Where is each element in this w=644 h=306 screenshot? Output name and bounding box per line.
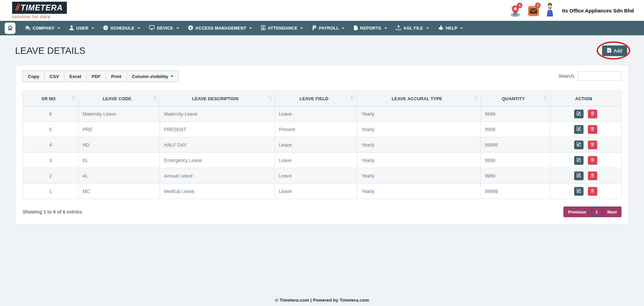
logo-tagline: solution for data — [12, 14, 67, 19]
mail-notification-button[interactable]: 5 — [527, 3, 539, 17]
previous-page-button[interactable]: Previous — [563, 206, 591, 217]
column-header-leave-code[interactable]: LEAVE CODE — [78, 91, 160, 106]
logo-slashes: // — [15, 3, 18, 12]
edit-pencil-icon — [576, 126, 581, 132]
nav-item-schedule[interactable]: SCHEDULE — [103, 25, 140, 31]
company-building-icon — [25, 25, 30, 31]
search-label: Search: — [558, 73, 575, 79]
location-badge: 0 — [517, 3, 522, 8]
cell-quantity: 9999 — [481, 106, 550, 122]
nav-item-payroll[interactable]: PAYROLL — [312, 25, 345, 31]
cell-action — [550, 137, 621, 153]
sort-icon — [72, 96, 76, 102]
cell-leave-field: Leave — [275, 137, 357, 153]
nav-item-agl-file[interactable]: AGL FILE — [396, 25, 429, 31]
page-number-button[interactable]: 1 — [591, 206, 602, 217]
nav-item-help[interactable]: HELP — [438, 25, 463, 31]
pdf-button[interactable]: PDF — [86, 71, 106, 82]
trash-icon — [590, 111, 595, 117]
edit-pencil-icon — [576, 157, 581, 163]
table-row: 2 AL Annual Leave Leave Yearly 9999 — [23, 168, 621, 184]
column-header-leave-field[interactable]: LEAVE FIELD — [275, 91, 357, 106]
mail-badge: 5 — [535, 3, 541, 8]
cell-leave-accural-type: Yearly — [357, 168, 481, 184]
delete-button[interactable] — [588, 187, 597, 196]
cell-leave-accural-type: Yearly — [357, 122, 481, 137]
next-page-button[interactable]: Next — [602, 206, 621, 217]
cell-leave-field: Leave — [275, 153, 357, 168]
delete-button[interactable] — [588, 171, 597, 180]
user-icon — [69, 25, 74, 31]
print-button[interactable]: Print — [106, 71, 127, 82]
edit-button[interactable] — [574, 187, 584, 196]
sort-icon — [268, 96, 272, 102]
cell-leave-field: Leave — [275, 184, 357, 199]
cell-quantity: 99999 — [481, 137, 550, 153]
edit-button[interactable] — [574, 125, 584, 134]
cell-sr-no: 3 — [23, 153, 79, 168]
cell-action — [550, 168, 621, 184]
delete-button[interactable] — [588, 125, 597, 134]
trash-icon — [590, 126, 595, 132]
delete-button[interactable] — [588, 156, 597, 165]
nav-item-attendance[interactable]: ATTENDANCE — [261, 25, 303, 31]
sort-icon — [350, 96, 355, 102]
edit-button[interactable] — [574, 156, 584, 165]
clock-icon — [103, 25, 108, 31]
cell-leave-accural-type: Yearly — [357, 106, 481, 122]
cell-leave-description: Maternity Leave — [160, 106, 275, 122]
cell-quantity: 9999 — [481, 153, 550, 168]
cell-action — [550, 106, 621, 122]
leave-table-card: Copy CSV Excel PDF Print Column visibili… — [15, 65, 629, 224]
cell-quantity: 9999 — [481, 122, 550, 137]
payment-p-icon — [312, 25, 316, 31]
search-input[interactable] — [578, 71, 621, 81]
cell-leave-code: EL — [78, 153, 160, 168]
cell-quantity: 9999 — [481, 168, 550, 184]
copy-button[interactable]: Copy — [23, 71, 45, 82]
column-visibility-button[interactable]: Column visibility — [127, 71, 179, 82]
nav-item-user[interactable]: USER — [69, 25, 94, 31]
main-navbar: COMPANY USER SCHEDULE — [0, 21, 644, 35]
home-button[interactable] — [5, 23, 15, 34]
csv-button[interactable]: CSV — [44, 71, 65, 82]
add-button[interactable]: Add — [602, 45, 627, 56]
chevron-down-icon — [342, 28, 345, 29]
column-header-sr-no[interactable]: SR NO — [23, 91, 79, 106]
delete-button[interactable] — [588, 141, 597, 149]
nav-item-reports[interactable]: REPORTS — [354, 25, 387, 31]
column-header-quantity[interactable]: QUANTITY — [481, 91, 550, 106]
chevron-down-icon — [57, 28, 60, 29]
leave-table-body: 6 Maternity Leave Maternity Leave Leave … — [23, 106, 621, 199]
chevron-down-icon — [137, 28, 140, 29]
cell-quantity: 99999 — [481, 184, 550, 199]
location-notification-button[interactable]: 0 — [509, 3, 521, 17]
edit-button[interactable] — [574, 141, 584, 149]
cell-sr-no: 1 — [23, 184, 79, 199]
column-header-leave-description[interactable]: LEAVE DESCRIPTION — [160, 91, 275, 106]
edit-button[interactable] — [574, 171, 584, 180]
chevron-down-icon — [91, 28, 94, 29]
entries-info: Showing 1 to 6 of 6 entries — [23, 209, 82, 215]
nav-item-device[interactable]: DEVICE — [149, 25, 179, 31]
user-avatar[interactable] — [545, 3, 555, 18]
column-header-leave-accural-type[interactable]: LEAVE ACCURAL TYPE — [357, 91, 481, 106]
edit-pencil-icon — [576, 142, 581, 148]
cell-leave-code: HD — [78, 137, 160, 153]
sort-icon — [543, 96, 548, 102]
excel-button[interactable]: Excel — [64, 71, 87, 82]
cell-leave-description: PRESENT — [160, 122, 275, 137]
monitor-icon — [149, 25, 155, 31]
cell-leave-description: Annual Leave — [160, 168, 275, 184]
trash-icon — [590, 188, 595, 194]
chevron-down-icon — [460, 28, 463, 29]
edit-pencil-icon — [576, 111, 581, 117]
delete-button[interactable] — [588, 110, 597, 118]
cell-sr-no: 4 — [23, 137, 79, 153]
nav-item-company[interactable]: COMPANY — [25, 25, 60, 31]
key-icon — [188, 25, 193, 31]
edit-button[interactable] — [574, 110, 584, 118]
nav-item-access-management[interactable]: ACCESS MANAGEMENT — [188, 25, 252, 31]
copyright-footer: © Timetera.com | Powered by Timetera.com — [0, 298, 644, 303]
cell-leave-field: Leave — [275, 106, 357, 122]
